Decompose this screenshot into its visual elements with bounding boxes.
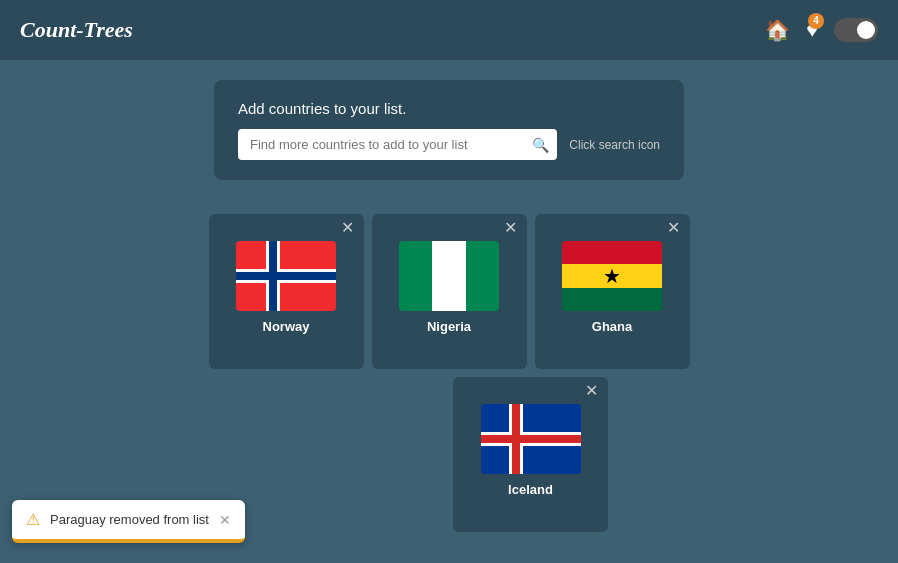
iceland-label: Iceland — [508, 482, 553, 497]
remove-norway-button[interactable]: ✕ — [341, 220, 354, 236]
ghana-flag: ★ — [562, 241, 662, 311]
search-container: Add countries to your list. 🔍 Click sear… — [214, 80, 684, 180]
theme-toggle[interactable] — [834, 18, 878, 42]
toast-message: Paraguay removed from list — [50, 512, 209, 527]
toast-close-button[interactable]: ✕ — [219, 512, 231, 528]
search-input-wrap: 🔍 — [238, 129, 557, 160]
search-input[interactable] — [238, 129, 557, 160]
header: Count-Trees 🏠 ♥ 4 — [0, 0, 898, 60]
logo: Count-Trees — [20, 17, 133, 43]
search-hint: Click search icon — [569, 138, 660, 152]
home-icon: 🏠 — [765, 18, 790, 42]
country-grid: ✕ Norway ✕ — [205, 210, 694, 536]
remove-nigeria-button[interactable]: ✕ — [504, 220, 517, 236]
remove-ghana-button[interactable]: ✕ — [667, 220, 680, 236]
search-row: 🔍 Click search icon — [238, 129, 660, 160]
country-card-iceland: ✕ Iceland — [453, 377, 608, 532]
search-icon: 🔍 — [532, 137, 549, 153]
ghana-label: Ghana — [592, 319, 632, 334]
toast-notification: ⚠ Paraguay removed from list ✕ — [12, 500, 245, 543]
toast-warning-icon: ⚠ — [26, 510, 40, 529]
search-title: Add countries to your list. — [238, 100, 660, 117]
favorites-badge: 4 — [808, 13, 824, 29]
country-row-2: ✕ Iceland — [286, 373, 612, 536]
iceland-flag — [481, 404, 581, 474]
nigeria-flag — [399, 241, 499, 311]
country-row-1: ✕ Norway ✕ — [205, 210, 694, 373]
country-card-nigeria: ✕ Nigeria — [372, 214, 527, 369]
norway-flag — [236, 241, 336, 311]
remove-iceland-button[interactable]: ✕ — [585, 383, 598, 399]
home-button[interactable]: 🏠 — [765, 18, 790, 42]
norway-label: Norway — [263, 319, 310, 334]
country-card-norway: ✕ Norway — [209, 214, 364, 369]
favorites-button[interactable]: ♥ 4 — [806, 19, 818, 42]
country-card-ghana: ✕ ★ Ghana — [535, 214, 690, 369]
header-icons: 🏠 ♥ 4 — [765, 18, 878, 42]
nigeria-label: Nigeria — [427, 319, 471, 334]
main-content: Add countries to your list. 🔍 Click sear… — [0, 60, 898, 536]
